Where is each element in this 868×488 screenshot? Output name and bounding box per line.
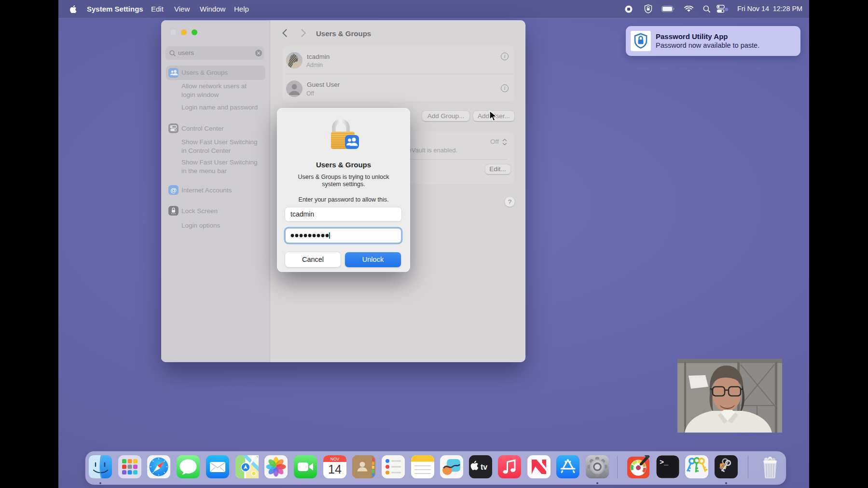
svg-text:>_: >_ — [660, 459, 669, 467]
svg-text:NOV: NOV — [330, 457, 339, 461]
svg-text:@: @ — [170, 187, 176, 194]
svg-text:14: 14 — [328, 462, 342, 476]
svg-text:tv: tv — [481, 463, 487, 471]
